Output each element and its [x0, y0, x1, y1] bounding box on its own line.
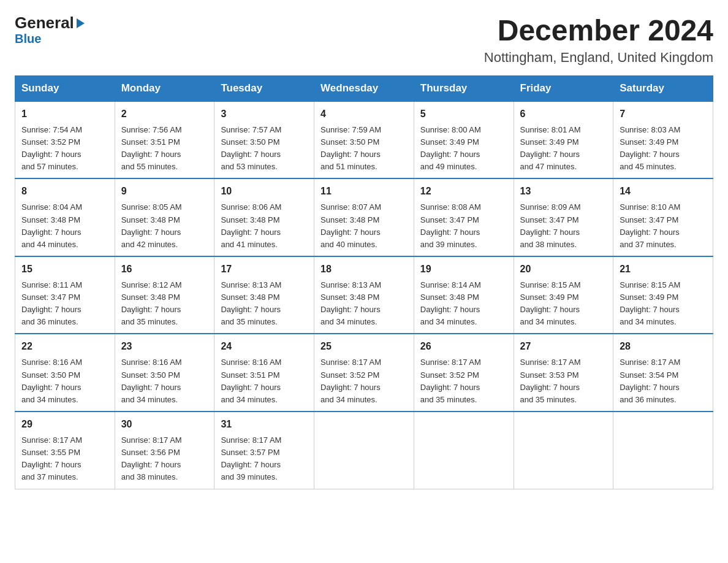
day-info: Sunrise: 8:17 AMSunset: 3:54 PMDaylight:… — [620, 356, 707, 406]
calendar-table: SundayMondayTuesdayWednesdayThursdayFrid… — [15, 75, 713, 489]
calendar-title: December 2024 — [484, 15, 713, 47]
calendar-cell: 4Sunrise: 7:59 AMSunset: 3:50 PMDaylight… — [314, 101, 414, 179]
day-number: 27 — [520, 339, 607, 354]
day-number: 31 — [221, 417, 308, 432]
header-sunday: Sunday — [15, 75, 115, 101]
header-friday: Friday — [514, 75, 613, 101]
calendar-cell: 15Sunrise: 8:11 AMSunset: 3:47 PMDayligh… — [15, 256, 115, 334]
calendar-cell: 24Sunrise: 8:16 AMSunset: 3:51 PMDayligh… — [214, 334, 314, 412]
day-info: Sunrise: 8:17 AMSunset: 3:52 PMDaylight:… — [320, 356, 408, 406]
day-info: Sunrise: 8:03 AMSunset: 3:49 PMDaylight:… — [620, 124, 707, 174]
day-number: 17 — [221, 262, 308, 277]
calendar-cell: 27Sunrise: 8:17 AMSunset: 3:53 PMDayligh… — [514, 334, 613, 412]
calendar-cell: 31Sunrise: 8:17 AMSunset: 3:57 PMDayligh… — [214, 412, 314, 489]
title-block: December 2024 Nottingham, England, Unite… — [484, 15, 713, 66]
header-wednesday: Wednesday — [314, 75, 414, 101]
calendar-cell: 20Sunrise: 8:15 AMSunset: 3:49 PMDayligh… — [514, 256, 613, 334]
day-info: Sunrise: 8:13 AMSunset: 3:48 PMDaylight:… — [221, 279, 308, 329]
day-info: Sunrise: 8:14 AMSunset: 3:48 PMDaylight:… — [420, 279, 507, 329]
day-info: Sunrise: 8:15 AMSunset: 3:49 PMDaylight:… — [520, 279, 607, 329]
day-number: 26 — [420, 339, 507, 354]
day-number: 2 — [121, 107, 208, 121]
day-info: Sunrise: 7:56 AMSunset: 3:51 PMDaylight:… — [121, 124, 208, 174]
day-info: Sunrise: 7:59 AMSunset: 3:50 PMDaylight:… — [320, 124, 408, 174]
day-number: 25 — [320, 339, 408, 354]
day-number: 23 — [121, 339, 208, 354]
day-info: Sunrise: 8:10 AMSunset: 3:47 PMDaylight:… — [620, 201, 707, 251]
day-info: Sunrise: 8:09 AMSunset: 3:47 PMDaylight:… — [520, 201, 607, 251]
day-number: 18 — [320, 262, 408, 277]
day-info: Sunrise: 8:04 AMSunset: 3:48 PMDaylight:… — [21, 201, 108, 251]
day-number: 4 — [320, 107, 408, 121]
logo-blue: Blue — [15, 32, 41, 46]
calendar-cell: 26Sunrise: 8:17 AMSunset: 3:52 PMDayligh… — [414, 334, 514, 412]
calendar-subtitle: Nottingham, England, United Kingdom — [484, 50, 713, 66]
day-info: Sunrise: 8:13 AMSunset: 3:48 PMDaylight:… — [320, 279, 408, 329]
day-number: 12 — [420, 184, 507, 199]
day-number: 15 — [21, 262, 108, 277]
day-info: Sunrise: 7:54 AMSunset: 3:52 PMDaylight:… — [21, 124, 108, 174]
calendar-week-row: 22Sunrise: 8:16 AMSunset: 3:50 PMDayligh… — [15, 334, 713, 412]
calendar-cell: 18Sunrise: 8:13 AMSunset: 3:48 PMDayligh… — [314, 256, 414, 334]
day-info: Sunrise: 8:16 AMSunset: 3:51 PMDaylight:… — [221, 356, 308, 406]
day-number: 28 — [620, 339, 707, 354]
logo-triangle-icon — [77, 18, 85, 28]
calendar-cell: 11Sunrise: 8:07 AMSunset: 3:48 PMDayligh… — [314, 178, 414, 256]
day-info: Sunrise: 8:11 AMSunset: 3:47 PMDaylight:… — [21, 279, 108, 329]
day-number: 1 — [21, 107, 108, 121]
calendar-cell — [414, 412, 514, 489]
day-number: 30 — [121, 417, 208, 432]
day-info: Sunrise: 8:17 AMSunset: 3:53 PMDaylight:… — [520, 356, 607, 406]
calendar-cell: 17Sunrise: 8:13 AMSunset: 3:48 PMDayligh… — [214, 256, 314, 334]
calendar-cell: 25Sunrise: 8:17 AMSunset: 3:52 PMDayligh… — [314, 334, 414, 412]
day-number: 3 — [221, 107, 308, 121]
calendar-header-row: SundayMondayTuesdayWednesdayThursdayFrid… — [15, 75, 713, 101]
day-number: 20 — [520, 262, 607, 277]
day-info: Sunrise: 8:16 AMSunset: 3:50 PMDaylight:… — [21, 356, 108, 406]
day-info: Sunrise: 8:08 AMSunset: 3:47 PMDaylight:… — [420, 201, 507, 251]
day-number: 19 — [420, 262, 507, 277]
calendar-cell: 22Sunrise: 8:16 AMSunset: 3:50 PMDayligh… — [15, 334, 115, 412]
calendar-cell — [514, 412, 613, 489]
calendar-cell: 7Sunrise: 8:03 AMSunset: 3:49 PMDaylight… — [613, 101, 713, 179]
calendar-week-row: 29Sunrise: 8:17 AMSunset: 3:55 PMDayligh… — [15, 412, 713, 489]
calendar-cell: 29Sunrise: 8:17 AMSunset: 3:55 PMDayligh… — [15, 412, 115, 489]
day-number: 21 — [620, 262, 707, 277]
calendar-cell: 21Sunrise: 8:15 AMSunset: 3:49 PMDayligh… — [613, 256, 713, 334]
calendar-cell: 8Sunrise: 8:04 AMSunset: 3:48 PMDaylight… — [15, 178, 115, 256]
day-info: Sunrise: 8:01 AMSunset: 3:49 PMDaylight:… — [520, 124, 607, 174]
logo-general: General — [15, 15, 74, 31]
day-number: 22 — [21, 339, 108, 354]
day-number: 9 — [121, 184, 208, 199]
calendar-cell: 2Sunrise: 7:56 AMSunset: 3:51 PMDaylight… — [115, 101, 214, 179]
calendar-cell: 12Sunrise: 8:08 AMSunset: 3:47 PMDayligh… — [414, 178, 514, 256]
day-info: Sunrise: 8:16 AMSunset: 3:50 PMDaylight:… — [121, 356, 208, 406]
calendar-cell — [314, 412, 414, 489]
day-number: 24 — [221, 339, 308, 354]
calendar-cell: 5Sunrise: 8:00 AMSunset: 3:49 PMDaylight… — [414, 101, 514, 179]
calendar-cell: 16Sunrise: 8:12 AMSunset: 3:48 PMDayligh… — [115, 256, 214, 334]
day-number: 10 — [221, 184, 308, 199]
calendar-cell: 28Sunrise: 8:17 AMSunset: 3:54 PMDayligh… — [613, 334, 713, 412]
calendar-cell: 3Sunrise: 7:57 AMSunset: 3:50 PMDaylight… — [214, 101, 314, 179]
day-number: 5 — [420, 107, 507, 121]
page-header: General Blue December 2024 Nottingham, E… — [15, 15, 713, 66]
calendar-cell: 9Sunrise: 8:05 AMSunset: 3:48 PMDaylight… — [115, 178, 214, 256]
calendar-week-row: 1Sunrise: 7:54 AMSunset: 3:52 PMDaylight… — [15, 101, 713, 179]
day-number: 8 — [21, 184, 108, 199]
day-number: 14 — [620, 184, 707, 199]
day-info: Sunrise: 8:07 AMSunset: 3:48 PMDaylight:… — [320, 201, 408, 251]
header-monday: Monday — [115, 75, 214, 101]
header-saturday: Saturday — [613, 75, 713, 101]
calendar-cell — [613, 412, 713, 489]
day-number: 13 — [520, 184, 607, 199]
day-info: Sunrise: 8:00 AMSunset: 3:49 PMDaylight:… — [420, 124, 507, 174]
day-info: Sunrise: 8:12 AMSunset: 3:48 PMDaylight:… — [121, 279, 208, 329]
day-info: Sunrise: 8:17 AMSunset: 3:55 PMDaylight:… — [21, 434, 108, 484]
day-info: Sunrise: 8:05 AMSunset: 3:48 PMDaylight:… — [121, 201, 208, 251]
day-number: 7 — [620, 107, 707, 121]
calendar-week-row: 15Sunrise: 8:11 AMSunset: 3:47 PMDayligh… — [15, 256, 713, 334]
day-info: Sunrise: 7:57 AMSunset: 3:50 PMDaylight:… — [221, 124, 308, 174]
day-info: Sunrise: 8:15 AMSunset: 3:49 PMDaylight:… — [620, 279, 707, 329]
calendar-cell: 6Sunrise: 8:01 AMSunset: 3:49 PMDaylight… — [514, 101, 613, 179]
